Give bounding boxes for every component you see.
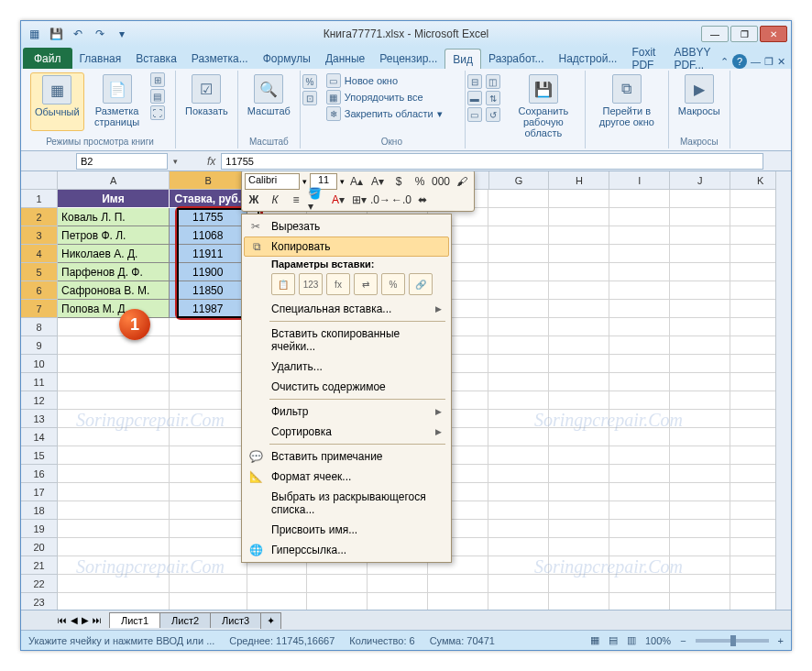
comma-format-icon[interactable]: 000 bbox=[432, 173, 450, 190]
cell[interactable] bbox=[170, 556, 247, 575]
cell[interactable]: 11755 bbox=[170, 208, 247, 226]
cell[interactable]: Сафронова В. М. bbox=[58, 281, 170, 300]
tab-developer[interactable]: Разработ... bbox=[481, 49, 551, 69]
cell[interactable] bbox=[170, 373, 247, 391]
zoom-slider[interactable] bbox=[696, 639, 769, 643]
cm-comment[interactable]: 💬Вставить примечание bbox=[244, 446, 449, 467]
cell[interactable] bbox=[488, 538, 549, 556]
cell[interactable] bbox=[488, 483, 549, 501]
sheet-nav-next-icon[interactable]: ▶ bbox=[82, 615, 89, 625]
cell[interactable] bbox=[307, 593, 368, 610]
normal-view-button[interactable]: ▦ Обычный bbox=[30, 72, 84, 131]
cell[interactable] bbox=[670, 281, 730, 300]
excel-icon[interactable]: ▦ bbox=[25, 25, 43, 43]
side-by-side-icon[interactable]: ◫ bbox=[486, 74, 500, 89]
tab-view[interactable]: Вид bbox=[444, 49, 481, 69]
doc-restore-icon[interactable]: ❐ bbox=[764, 56, 774, 68]
cell[interactable]: 11068 bbox=[170, 226, 247, 245]
cell[interactable] bbox=[170, 575, 247, 593]
cell[interactable] bbox=[670, 483, 730, 501]
cell[interactable] bbox=[58, 428, 170, 446]
cell[interactable] bbox=[609, 208, 670, 226]
new-sheet-icon[interactable]: ✦ bbox=[260, 612, 281, 629]
row-header[interactable]: 10 bbox=[21, 355, 58, 373]
paste-formatting-icon[interactable]: % bbox=[381, 273, 405, 295]
row-header[interactable]: 15 bbox=[21, 446, 58, 465]
cell[interactable] bbox=[488, 300, 549, 318]
cell[interactable] bbox=[549, 281, 609, 300]
row-header[interactable]: 21 bbox=[21, 556, 58, 575]
cell[interactable] bbox=[368, 575, 428, 593]
cell[interactable] bbox=[670, 355, 730, 373]
cell[interactable] bbox=[670, 226, 730, 245]
reset-pos-icon[interactable]: ↺ bbox=[486, 107, 500, 122]
cell[interactable] bbox=[488, 501, 549, 520]
macros-button[interactable]: ▶ Макросы bbox=[675, 72, 724, 118]
zoom-in-icon[interactable]: + bbox=[778, 635, 784, 646]
cell[interactable] bbox=[670, 300, 730, 318]
cell[interactable]: Парфенов Д. Ф. bbox=[58, 263, 170, 281]
row-header[interactable]: 6 bbox=[21, 281, 58, 300]
file-tab[interactable]: Файл bbox=[23, 48, 72, 69]
mini-font-combo[interactable]: Calibri bbox=[245, 173, 300, 190]
cell[interactable] bbox=[670, 465, 730, 483]
pagebreak-icon[interactable]: ⊞ bbox=[150, 72, 165, 87]
cell[interactable] bbox=[670, 538, 730, 556]
cell[interactable] bbox=[549, 245, 609, 263]
paste-formulas-icon[interactable]: fx bbox=[326, 273, 350, 295]
cm-cut[interactable]: ✂Вырезать bbox=[244, 216, 449, 236]
decrease-decimal-icon[interactable]: ←.0 bbox=[392, 192, 411, 208]
cell[interactable] bbox=[609, 410, 670, 428]
name-box[interactable]: B2 bbox=[76, 153, 168, 170]
cell[interactable] bbox=[58, 520, 170, 538]
tab-review[interactable]: Рецензир... bbox=[372, 49, 444, 69]
cell[interactable] bbox=[488, 428, 549, 446]
italic-icon[interactable]: К bbox=[266, 192, 284, 208]
cell[interactable] bbox=[488, 575, 549, 593]
cell[interactable] bbox=[549, 520, 609, 538]
cell[interactable] bbox=[247, 575, 308, 593]
cell[interactable] bbox=[488, 245, 549, 263]
paste-link-icon[interactable]: 🔗 bbox=[409, 273, 433, 295]
font-color-icon[interactable]: A▾ bbox=[329, 192, 347, 208]
cell[interactable] bbox=[488, 593, 549, 610]
cell[interactable] bbox=[428, 575, 488, 593]
row-header[interactable]: 14 bbox=[21, 428, 58, 446]
switch-window-button[interactable]: ⧉ Перейти в другое окно bbox=[591, 72, 663, 129]
cell[interactable] bbox=[58, 391, 170, 410]
cell[interactable]: Ставка, руб. bbox=[170, 190, 247, 208]
ribbon-minimize-icon[interactable]: ⌃ bbox=[720, 56, 729, 68]
cell[interactable] bbox=[549, 391, 609, 410]
cell[interactable] bbox=[670, 556, 730, 575]
zoom-out-icon[interactable]: − bbox=[680, 635, 686, 646]
zoom-100-icon[interactable]: % bbox=[302, 74, 317, 89]
cell[interactable] bbox=[670, 208, 730, 226]
cell[interactable] bbox=[609, 428, 670, 446]
row-header[interactable]: 12 bbox=[21, 391, 58, 410]
cell[interactable] bbox=[609, 226, 670, 245]
cell[interactable]: 11911 bbox=[170, 245, 247, 263]
tab-layout[interactable]: Разметка... bbox=[184, 49, 256, 69]
select-all-corner[interactable] bbox=[21, 171, 58, 190]
tab-foxit[interactable]: Foxit PDF bbox=[624, 49, 666, 69]
tab-abbyy[interactable]: ABBYY PDF... bbox=[666, 49, 720, 69]
cell[interactable] bbox=[58, 465, 170, 483]
close-button[interactable]: ✕ bbox=[760, 26, 787, 42]
cell[interactable] bbox=[170, 593, 247, 610]
cell[interactable] bbox=[58, 538, 170, 556]
cell[interactable] bbox=[170, 446, 247, 465]
vertical-scrollbar[interactable] bbox=[775, 171, 791, 610]
cell[interactable] bbox=[549, 318, 609, 336]
borders-icon[interactable]: ⊞▾ bbox=[350, 192, 368, 208]
cell[interactable] bbox=[549, 501, 609, 520]
cell[interactable] bbox=[549, 355, 609, 373]
cell[interactable] bbox=[609, 190, 670, 208]
cell[interactable] bbox=[609, 245, 670, 263]
row-header[interactable]: 23 bbox=[21, 593, 58, 610]
cell[interactable] bbox=[609, 538, 670, 556]
cell[interactable] bbox=[488, 208, 549, 226]
cell[interactable] bbox=[170, 355, 247, 373]
cell[interactable] bbox=[488, 318, 549, 336]
increase-font-icon[interactable]: A▴ bbox=[347, 173, 366, 190]
cell[interactable] bbox=[549, 446, 609, 465]
